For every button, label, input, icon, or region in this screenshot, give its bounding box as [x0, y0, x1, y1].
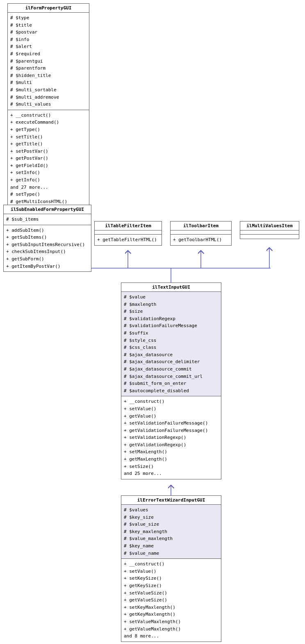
box-ilSubEnabledFormPropertyGUI: ilSubEnabledFormPropertyGUI # $sub_items…: [3, 205, 91, 272]
fields-ilSubEnabledFormPropertyGUI: # $sub_items: [4, 214, 91, 225]
box-ilMultiValuesItem: ilMultiValuesItem: [240, 221, 299, 239]
methods-ilSubEnabledFormPropertyGUI: + addSubItem() + getSubItems() + getSubI…: [4, 225, 91, 272]
fields-ilErrorTextWizardInputGUI: # $values # $key_size # $value_size # $k…: [121, 505, 221, 559]
fields-ilMultiValuesItem: [240, 230, 299, 235]
title-ilToolbarItem: ilToolbarItem: [171, 221, 231, 230]
title-ilSubEnabledFormPropertyGUI: ilSubEnabledFormPropertyGUI: [4, 205, 91, 214]
methods-ilFormPropertyGUI: + __construct() + executeCommand() + get…: [8, 110, 89, 207]
box-ilFormPropertyGUI: ilFormPropertyGUI # $type # $title # $po…: [7, 3, 89, 207]
box-ilErrorTextWizardInputGUI: ilErrorTextWizardInputGUI # $values # $k…: [121, 495, 221, 642]
fields-ilFormPropertyGUI: # $type # $title # $postvar # $info # $a…: [8, 13, 89, 110]
box-ilTextInputGUI: ilTextInputGUI # $value # $maxlength # $…: [121, 282, 221, 479]
title-ilErrorTextWizardInputGUI: ilErrorTextWizardInputGUI: [121, 496, 221, 505]
methods-ilMultiValuesItem: [240, 235, 299, 239]
methods-ilTableFilterItem: + getTableFilterHTML(): [95, 235, 162, 245]
box-ilToolbarItem: ilToolbarItem + getToolbarHTML(): [170, 221, 232, 246]
box-ilTableFilterItem: ilTableFilterItem + getTableFilterHTML(): [94, 221, 162, 246]
title-ilMultiValuesItem: ilMultiValuesItem: [240, 221, 299, 230]
methods-ilErrorTextWizardInputGUI: + __construct() + setValue() + setKeySiz…: [121, 559, 221, 642]
fields-ilTableFilterItem: [95, 230, 162, 235]
methods-ilToolbarItem: + getToolbarHTML(): [171, 235, 231, 245]
title-ilTextInputGUI: ilTextInputGUI: [121, 283, 221, 292]
fields-ilToolbarItem: [171, 230, 231, 235]
fields-ilTextInputGUI: # $value # $maxlength # $size # $validat…: [121, 292, 221, 396]
diagram-container: ilFormPropertyGUI # $type # $title # $po…: [0, 0, 305, 644]
title-ilTableFilterItem: ilTableFilterItem: [95, 221, 162, 230]
title-ilFormPropertyGUI: ilFormPropertyGUI: [8, 4, 89, 13]
methods-ilTextInputGUI: + __construct() + setValue() + getValue(…: [121, 396, 221, 479]
